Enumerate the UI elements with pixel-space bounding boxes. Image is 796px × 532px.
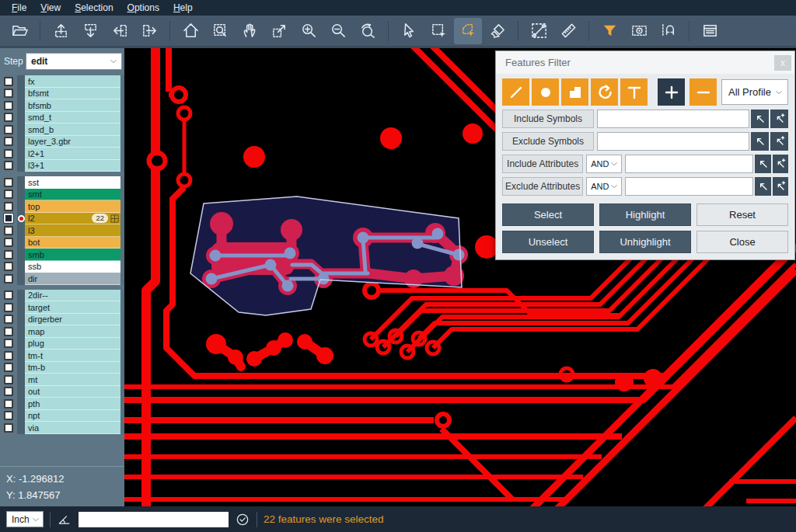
- tool-pan-down-button[interactable]: [76, 18, 104, 44]
- layer-name-via[interactable]: via: [25, 422, 120, 434]
- exclude-attributes-and-select[interactable]: AND: [586, 177, 622, 196]
- layer-name-tm-t[interactable]: tm-t: [25, 349, 120, 362]
- exclude-symbols-pick-button[interactable]: [751, 132, 769, 151]
- reset-button[interactable]: Reset: [696, 203, 788, 226]
- layer-name-bot[interactable]: bot: [25, 237, 120, 249]
- pcb-canvas[interactable]: Features Filter x All Profile Include Sy…: [124, 48, 796, 506]
- layer-checkbox-pth[interactable]: [4, 399, 13, 409]
- dialog-titlebar[interactable]: Features Filter x: [496, 51, 794, 74]
- select-button[interactable]: Select: [502, 203, 594, 226]
- layer-row-l2+1[interactable]: l2+1: [0, 148, 124, 160]
- angle-measure-icon[interactable]: [57, 512, 72, 527]
- layer-name-smd_b[interactable]: smd_b: [25, 123, 120, 136]
- layer-row-dir[interactable]: dir: [0, 273, 124, 285]
- unhighlight-button[interactable]: Unhighlight: [599, 231, 691, 253]
- layer-name-ssb[interactable]: ssb: [25, 261, 120, 273]
- highlight-button[interactable]: Highlight: [599, 203, 691, 226]
- layer-name-smd_t[interactable]: smd_t: [25, 112, 120, 124]
- layer-row-bfsmb[interactable]: bfsmb: [0, 99, 124, 112]
- tool-layers-panel-button[interactable]: [696, 18, 724, 44]
- tool-open-folder-button[interactable]: [5, 18, 33, 44]
- profile-select[interactable]: All Profile: [721, 79, 788, 105]
- layer-checkbox-l2+1[interactable]: [4, 149, 13, 158]
- tool-zoom-previous-button[interactable]: [354, 18, 382, 44]
- tool-select-rect-button[interactable]: [424, 18, 452, 44]
- layer-name-smt[interactable]: smt: [25, 189, 120, 201]
- include-symbols-pick-button[interactable]: [751, 110, 769, 128]
- menu-item-file[interactable]: File: [5, 0, 33, 16]
- filter-minus-button[interactable]: [690, 78, 717, 106]
- layer-name-l2+1[interactable]: l2+1: [25, 148, 120, 160]
- layer-checkbox-top[interactable]: [4, 202, 13, 211]
- layer-row-2dir--[interactable]: 2dir--: [0, 290, 124, 302]
- tool-measure-ruler-button[interactable]: [554, 18, 582, 44]
- layer-row-map[interactable]: map: [0, 325, 124, 338]
- layer-row-smt[interactable]: smt: [0, 189, 124, 201]
- tool-pan-up-button[interactable]: [47, 18, 75, 44]
- layer-checkbox-mt[interactable]: [4, 375, 13, 384]
- layer-checkbox-via[interactable]: [4, 423, 13, 433]
- filter-pad-type-button[interactable]: [532, 78, 559, 106]
- tool-pan-hand-button[interactable]: [236, 18, 264, 44]
- include-symbols-input[interactable]: [597, 110, 749, 128]
- layer-checkbox-smt[interactable]: [4, 190, 13, 199]
- layer-name-npt[interactable]: npt: [25, 410, 120, 422]
- include-symbols-pick-add-button[interactable]: [770, 110, 788, 128]
- layer-row-plug[interactable]: plug: [0, 338, 124, 350]
- tool-pan-right-button[interactable]: [135, 18, 163, 44]
- exclude-symbols-pick-add-button[interactable]: [770, 132, 788, 151]
- exclude-symbols-button[interactable]: Exclude Symbols: [502, 132, 594, 151]
- layer-row-smd_b[interactable]: smd_b: [0, 123, 124, 136]
- tool-zoom-area-button[interactable]: [206, 18, 234, 44]
- command-input[interactable]: [79, 512, 229, 527]
- layer-row-npt[interactable]: npt: [0, 410, 124, 422]
- layer-name-dir[interactable]: dir: [25, 273, 120, 285]
- layer-row-l3[interactable]: l3: [0, 224, 124, 237]
- layer-checkbox-l3[interactable]: [4, 226, 13, 235]
- include-attributes-pick-add-button[interactable]: [773, 155, 788, 173]
- layer-row-ssb[interactable]: ssb: [0, 261, 124, 273]
- layer-row-sst[interactable]: sst: [0, 176, 124, 189]
- layer-name-l2[interactable]: l222: [25, 213, 120, 225]
- layer-name-smb[interactable]: smb: [25, 249, 120, 261]
- exclude-symbols-input[interactable]: [597, 132, 749, 151]
- layer-checkbox-layer_3.gbr[interactable]: [4, 137, 13, 146]
- layer-name-plug[interactable]: plug: [25, 338, 120, 350]
- layer-row-tm-t[interactable]: tm-t: [0, 349, 124, 362]
- menu-item-selection[interactable]: Selection: [68, 0, 120, 16]
- tool-home-button[interactable]: [176, 18, 204, 44]
- layer-checkbox-smd_b[interactable]: [4, 125, 13, 134]
- dialog-close-button[interactable]: x: [774, 55, 791, 71]
- layer-checkbox-target[interactable]: [4, 303, 13, 312]
- layer-name-tm-b[interactable]: tm-b: [25, 362, 120, 374]
- step-select[interactable]: edit: [26, 53, 122, 70]
- layer-name-out[interactable]: out: [25, 386, 120, 398]
- tool-select-polygon-button[interactable]: [454, 18, 482, 44]
- layer-name-layer_3.gbr[interactable]: layer_3.gbr: [25, 136, 120, 148]
- layer-name-l3+1[interactable]: l3+1: [25, 160, 120, 172]
- layer-checkbox-map[interactable]: [4, 327, 13, 336]
- layer-checkbox-fx[interactable]: [4, 77, 13, 86]
- tool-zoom-in-button[interactable]: [295, 18, 323, 44]
- layer-row-bot[interactable]: bot: [0, 237, 124, 249]
- layer-checkbox-l2[interactable]: [4, 214, 13, 223]
- filter-line-type-button[interactable]: [502, 78, 529, 106]
- layer-checkbox-bfsmb[interactable]: [4, 101, 13, 110]
- menu-item-options[interactable]: Options: [120, 0, 166, 16]
- layer-row-bfsmt[interactable]: bfsmt: [0, 88, 124, 100]
- layer-checkbox-dirgerber[interactable]: [4, 315, 13, 324]
- layer-checkbox-tm-t[interactable]: [4, 351, 13, 360]
- tool-clear-brush-button[interactable]: [484, 18, 511, 44]
- layer-row-smd_t[interactable]: smd_t: [0, 112, 124, 124]
- layer-row-mt[interactable]: mt: [0, 374, 124, 386]
- tool-view-profile-button[interactable]: [625, 18, 653, 44]
- layer-row-l3+1[interactable]: l3+1: [0, 160, 124, 172]
- layer-name-bfsmb[interactable]: bfsmb: [25, 99, 120, 112]
- layer-checkbox-smd_t[interactable]: [4, 113, 13, 122]
- layer-row-fx[interactable]: fx: [0, 75, 124, 88]
- menu-item-view[interactable]: View: [33, 0, 68, 16]
- include-attributes-and-select[interactable]: AND: [586, 155, 622, 173]
- filter-plus-button[interactable]: [658, 78, 685, 106]
- layer-row-out[interactable]: out: [0, 386, 124, 398]
- layer-name-target[interactable]: target: [25, 301, 120, 314]
